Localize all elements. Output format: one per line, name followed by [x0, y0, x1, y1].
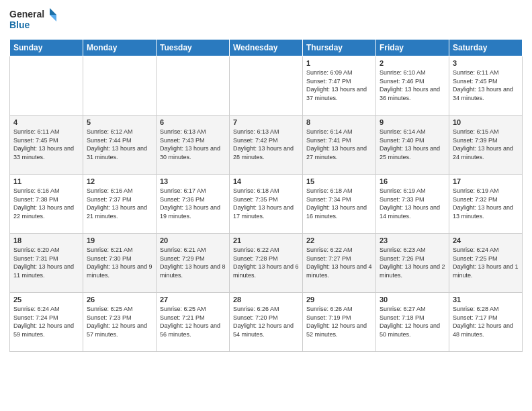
- day-info: Sunrise: 6:26 AMSunset: 7:19 PMDaylight:…: [306, 305, 372, 338]
- calendar-row-4: 25Sunrise: 6:24 AMSunset: 7:24 PMDayligh…: [10, 293, 523, 352]
- day-cell: 24Sunrise: 6:24 AMSunset: 7:25 PMDayligh…: [449, 234, 523, 293]
- day-cell: [230, 56, 303, 116]
- day-info: Sunrise: 6:18 AMSunset: 7:35 PMDaylight:…: [233, 187, 299, 220]
- day-number: 13: [160, 177, 226, 185]
- day-number: 27: [160, 295, 226, 304]
- logo-svg: General Blue: [9, 7, 56, 35]
- day-cell: 31Sunrise: 6:28 AMSunset: 7:17 PMDayligh…: [449, 293, 523, 352]
- day-cell: 20Sunrise: 6:21 AMSunset: 7:29 PMDayligh…: [157, 234, 230, 293]
- day-cell: 29Sunrise: 6:26 AMSunset: 7:19 PMDayligh…: [303, 293, 376, 352]
- calendar-table: SundayMondayTuesdayWednesdayThursdayFrid…: [9, 39, 523, 352]
- day-info: Sunrise: 6:23 AMSunset: 7:26 PMDaylight:…: [380, 246, 445, 279]
- day-info: Sunrise: 6:22 AMSunset: 7:28 PMDaylight:…: [233, 246, 299, 279]
- day-cell: 18Sunrise: 6:20 AMSunset: 7:31 PMDayligh…: [10, 234, 83, 293]
- day-info: Sunrise: 6:11 AMSunset: 7:45 PMDaylight:…: [13, 128, 79, 161]
- day-info: Sunrise: 6:19 AMSunset: 7:32 PMDaylight:…: [453, 187, 519, 220]
- logo: General Blue: [9, 7, 56, 35]
- svg-text:General: General: [9, 9, 44, 19]
- day-cell: [157, 56, 230, 116]
- day-number: 20: [160, 236, 226, 244]
- day-cell: 26Sunrise: 6:25 AMSunset: 7:23 PMDayligh…: [83, 293, 157, 352]
- day-info: Sunrise: 6:24 AMSunset: 7:25 PMDaylight:…: [453, 246, 519, 279]
- day-number: 18: [13, 236, 79, 244]
- day-cell: 28Sunrise: 6:26 AMSunset: 7:20 PMDayligh…: [230, 293, 303, 352]
- day-info: Sunrise: 6:24 AMSunset: 7:24 PMDaylight:…: [13, 305, 79, 338]
- day-number: 17: [453, 177, 519, 185]
- day-info: Sunrise: 6:17 AMSunset: 7:36 PMDaylight:…: [160, 187, 226, 220]
- col-header-saturday: Saturday: [449, 40, 523, 56]
- col-header-tuesday: Tuesday: [157, 40, 230, 56]
- calendar-row-3: 18Sunrise: 6:20 AMSunset: 7:31 PMDayligh…: [10, 234, 523, 293]
- day-info: Sunrise: 6:14 AMSunset: 7:41 PMDaylight:…: [306, 128, 372, 161]
- day-cell: [83, 56, 157, 116]
- day-info: Sunrise: 6:25 AMSunset: 7:23 PMDaylight:…: [87, 305, 152, 338]
- day-number: 3: [453, 59, 519, 67]
- day-cell: 15Sunrise: 6:18 AMSunset: 7:34 PMDayligh…: [303, 175, 376, 234]
- day-cell: 9Sunrise: 6:14 AMSunset: 7:40 PMDaylight…: [376, 116, 449, 175]
- svg-text:Blue: Blue: [9, 19, 30, 30]
- day-info: Sunrise: 6:16 AMSunset: 7:37 PMDaylight:…: [87, 187, 152, 220]
- day-number: 9: [380, 118, 445, 126]
- day-info: Sunrise: 6:20 AMSunset: 7:31 PMDaylight:…: [13, 246, 79, 279]
- day-cell: [10, 56, 83, 116]
- day-number: 23: [380, 236, 445, 244]
- day-number: 5: [87, 118, 152, 126]
- header: General Blue: [9, 7, 523, 35]
- day-cell: 13Sunrise: 6:17 AMSunset: 7:36 PMDayligh…: [157, 175, 230, 234]
- day-cell: 14Sunrise: 6:18 AMSunset: 7:35 PMDayligh…: [230, 175, 303, 234]
- svg-marker-3: [50, 15, 56, 21]
- page: General Blue SundayMondayTuesdayWednesda…: [0, 0, 532, 411]
- day-info: Sunrise: 6:21 AMSunset: 7:30 PMDaylight:…: [87, 246, 152, 279]
- day-cell: 7Sunrise: 6:13 AMSunset: 7:42 PMDaylight…: [230, 116, 303, 175]
- day-number: 4: [13, 118, 79, 126]
- day-cell: 2Sunrise: 6:10 AMSunset: 7:46 PMDaylight…: [376, 56, 449, 116]
- day-cell: 3Sunrise: 6:11 AMSunset: 7:45 PMDaylight…: [449, 56, 523, 116]
- day-cell: 30Sunrise: 6:27 AMSunset: 7:18 PMDayligh…: [376, 293, 449, 352]
- day-info: Sunrise: 6:21 AMSunset: 7:29 PMDaylight:…: [160, 246, 226, 279]
- day-cell: 23Sunrise: 6:23 AMSunset: 7:26 PMDayligh…: [376, 234, 449, 293]
- col-header-sunday: Sunday: [10, 40, 83, 56]
- day-info: Sunrise: 6:27 AMSunset: 7:18 PMDaylight:…: [380, 305, 445, 338]
- day-info: Sunrise: 6:26 AMSunset: 7:20 PMDaylight:…: [233, 305, 299, 338]
- day-cell: 17Sunrise: 6:19 AMSunset: 7:32 PMDayligh…: [449, 175, 523, 234]
- col-header-thursday: Thursday: [303, 40, 376, 56]
- day-number: 1: [306, 59, 372, 67]
- day-number: 28: [233, 295, 299, 304]
- day-info: Sunrise: 6:22 AMSunset: 7:27 PMDaylight:…: [306, 246, 372, 279]
- day-number: 6: [160, 118, 226, 126]
- day-info: Sunrise: 6:13 AMSunset: 7:43 PMDaylight:…: [160, 128, 226, 161]
- day-cell: 21Sunrise: 6:22 AMSunset: 7:28 PMDayligh…: [230, 234, 303, 293]
- day-number: 8: [306, 118, 372, 126]
- day-info: Sunrise: 6:14 AMSunset: 7:40 PMDaylight:…: [380, 128, 445, 161]
- day-number: 19: [87, 236, 152, 244]
- day-cell: 8Sunrise: 6:14 AMSunset: 7:41 PMDaylight…: [303, 116, 376, 175]
- calendar-row-0: 1Sunrise: 6:09 AMSunset: 7:47 PMDaylight…: [10, 56, 523, 116]
- header-row: SundayMondayTuesdayWednesdayThursdayFrid…: [10, 40, 523, 56]
- day-info: Sunrise: 6:10 AMSunset: 7:46 PMDaylight:…: [380, 68, 445, 102]
- day-number: 29: [306, 295, 372, 304]
- day-number: 14: [233, 177, 299, 185]
- day-info: Sunrise: 6:15 AMSunset: 7:39 PMDaylight:…: [453, 128, 519, 161]
- day-cell: 10Sunrise: 6:15 AMSunset: 7:39 PMDayligh…: [449, 116, 523, 175]
- day-info: Sunrise: 6:19 AMSunset: 7:33 PMDaylight:…: [380, 187, 445, 220]
- day-number: 12: [87, 177, 152, 185]
- day-cell: 12Sunrise: 6:16 AMSunset: 7:37 PMDayligh…: [83, 175, 157, 234]
- calendar-row-1: 4Sunrise: 6:11 AMSunset: 7:45 PMDaylight…: [10, 116, 523, 175]
- day-number: 10: [453, 118, 519, 126]
- day-cell: 22Sunrise: 6:22 AMSunset: 7:27 PMDayligh…: [303, 234, 376, 293]
- day-number: 22: [306, 236, 372, 244]
- day-info: Sunrise: 6:16 AMSunset: 7:38 PMDaylight:…: [13, 187, 79, 220]
- day-cell: 5Sunrise: 6:12 AMSunset: 7:44 PMDaylight…: [83, 116, 157, 175]
- day-info: Sunrise: 6:09 AMSunset: 7:47 PMDaylight:…: [306, 68, 372, 102]
- day-number: 26: [87, 295, 152, 304]
- day-cell: 6Sunrise: 6:13 AMSunset: 7:43 PMDaylight…: [157, 116, 230, 175]
- day-cell: 19Sunrise: 6:21 AMSunset: 7:30 PMDayligh…: [83, 234, 157, 293]
- day-info: Sunrise: 6:13 AMSunset: 7:42 PMDaylight:…: [233, 128, 299, 161]
- day-number: 2: [380, 59, 445, 67]
- day-info: Sunrise: 6:25 AMSunset: 7:21 PMDaylight:…: [160, 305, 226, 338]
- day-number: 24: [453, 236, 519, 244]
- day-info: Sunrise: 6:28 AMSunset: 7:17 PMDaylight:…: [453, 305, 519, 338]
- day-cell: 1Sunrise: 6:09 AMSunset: 7:47 PMDaylight…: [303, 56, 376, 116]
- svg-marker-2: [50, 8, 56, 15]
- day-number: 25: [13, 295, 79, 304]
